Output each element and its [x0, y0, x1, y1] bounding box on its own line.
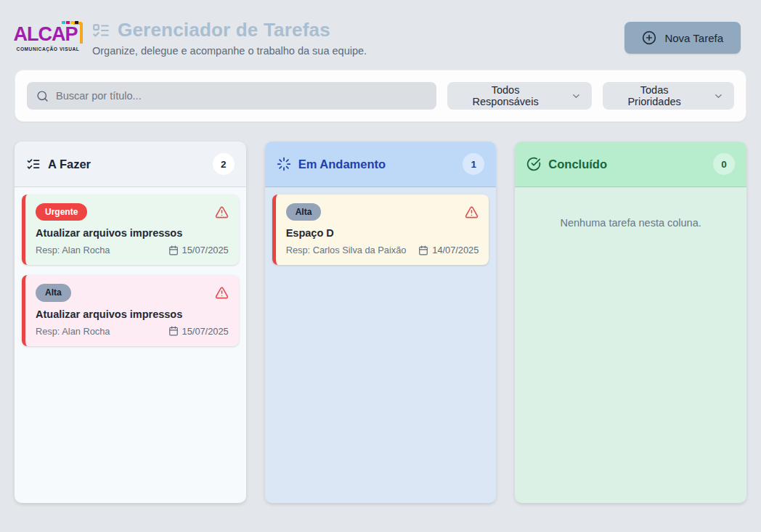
chevron-down-icon — [713, 91, 724, 102]
logo-brand-text: ALCAP — [14, 25, 78, 44]
responsible-filter-value: Todos Responsáveis — [457, 84, 553, 107]
column-a-fazer: A Fazer 2 Urgente Atualizar arquivos imp… — [15, 142, 246, 503]
task-due-date: 14/07/2025 — [418, 245, 479, 255]
task-card[interactable]: Alta Espaço D Resp: Carlos Silva da Paix… — [272, 195, 489, 265]
priority-badge: Alta — [286, 203, 322, 221]
checklist-icon — [26, 157, 41, 171]
column-title: Em Andamento — [298, 157, 386, 171]
page-subtitle: Organize, delegue e acompanhe o trabalho… — [92, 45, 614, 57]
app-header: ALCAP COMUNICAÇÃO VISUAL Gerenciador de … — [0, 0, 761, 70]
column-body: Alta Espaço D Resp: Carlos Silva da Paix… — [265, 187, 497, 503]
title-block: Gerenciador de Tarefas Organize, delegue… — [91, 19, 614, 57]
column-concluido: Concluído 0 Nenhuma tarefa nesta coluna. — [515, 142, 746, 503]
task-responsible: Resp: Alan Rocha — [36, 326, 110, 337]
column-em-andamento: Em Andamento 1 Alta Espaço D Resp: Carlo… — [265, 142, 497, 503]
column-title: A Fazer — [48, 157, 91, 171]
cmyk-color-strip — [62, 21, 78, 24]
column-body: Nenhuma tarefa nesta coluna. — [515, 187, 746, 503]
task-title: Espaço D — [286, 227, 479, 239]
task-card[interactable]: Urgente Atualizar arquivos impressos Res… — [22, 195, 239, 265]
task-title: Atualizar arquivos impressos — [36, 308, 229, 320]
priority-filter-value: Todas Prioridades — [613, 84, 696, 107]
column-header: Concluído 0 — [515, 142, 746, 187]
task-title: Atualizar arquivos impressos — [36, 227, 229, 239]
priority-badge: Alta — [36, 284, 71, 301]
search-input[interactable] — [56, 90, 427, 102]
calendar-icon — [168, 245, 179, 255]
calendar-icon — [168, 326, 179, 336]
task-card[interactable]: Alta Atualizar arquivos impressos Resp: … — [22, 275, 239, 345]
task-due-date: 15/07/2025 — [168, 326, 229, 337]
column-header: A Fazer 2 — [15, 142, 246, 187]
column-count-badge: 0 — [713, 153, 735, 175]
search-icon — [36, 90, 49, 102]
priority-badge: Urgente — [36, 203, 87, 221]
page-title: Gerenciador de Tarefas — [118, 19, 330, 41]
task-manager-page: ALCAP COMUNICAÇÃO VISUAL Gerenciador de … — [0, 0, 761, 532]
kanban-board: A Fazer 2 Urgente Atualizar arquivos imp… — [15, 142, 746, 503]
spinner-icon — [277, 157, 291, 171]
overdue-warning-icon — [215, 205, 229, 219]
column-body: Urgente Atualizar arquivos impressos Res… — [15, 187, 246, 503]
plus-circle-icon — [642, 30, 656, 45]
column-title: Concluído — [548, 157, 607, 171]
task-responsible: Resp: Carlos Silva da Paixão — [286, 245, 407, 255]
chevron-down-icon — [571, 91, 582, 102]
new-task-label: Nova Tarefa — [664, 32, 723, 44]
responsible-filter-select[interactable]: Todos Responsáveis — [447, 82, 592, 110]
overdue-warning-icon — [465, 205, 479, 219]
check-circle-icon — [526, 157, 541, 171]
task-responsible: Resp: Alan Rocha — [36, 245, 110, 255]
overdue-warning-icon — [215, 286, 229, 300]
empty-column-message: Nenhuma tarefa nesta coluna. — [522, 217, 739, 229]
column-header: Em Andamento 1 — [265, 142, 497, 187]
logo-bracket-shape — [73, 22, 83, 44]
priority-filter-select[interactable]: Todas Prioridades — [603, 82, 734, 110]
task-list-icon — [91, 21, 110, 40]
search-box — [27, 82, 436, 110]
column-count-badge: 2 — [213, 153, 235, 175]
logo-tagline: COMUNICAÇÃO VISUAL — [17, 46, 80, 52]
filter-bar: Todos Responsáveis Todas Prioridades — [15, 70, 746, 122]
column-count-badge: 1 — [463, 153, 484, 175]
new-task-button[interactable]: Nova Tarefa — [624, 22, 741, 54]
alcap-logo: ALCAP COMUNICAÇÃO VISUAL — [15, 25, 81, 52]
calendar-icon — [418, 245, 428, 255]
task-due-date: 15/07/2025 — [168, 245, 229, 255]
